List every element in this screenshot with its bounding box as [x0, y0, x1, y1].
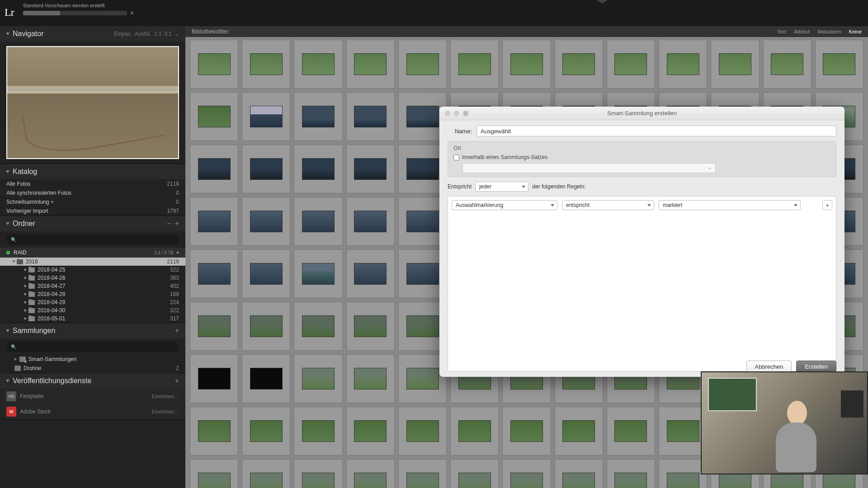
grid-cell[interactable]: [242, 249, 290, 298]
publish-service-row[interactable]: StAdobe StockEinrichten…: [0, 404, 185, 419]
folders-header[interactable]: Ordner − +: [0, 216, 185, 231]
grid-cell[interactable]: [502, 40, 551, 89]
grid-cell[interactable]: [502, 459, 551, 488]
collection-search-input[interactable]: [6, 341, 179, 352]
grid-cell[interactable]: [659, 407, 707, 455]
service-setup-link[interactable]: Einrichten…: [152, 394, 179, 399]
volume-row[interactable]: RAID 2,4 / 8 TB ▾: [0, 248, 185, 258]
grid-cell[interactable]: [711, 40, 759, 89]
folder-row[interactable]: 2018-04-27402: [0, 282, 185, 290]
grid-cell[interactable]: [346, 197, 395, 246]
collection-item[interactable]: Drohne2: [0, 364, 185, 373]
navigator-zoom-options[interactable]: Einpas.Ausfül.1:13:1⌄: [111, 31, 179, 37]
grid-cell[interactable]: [190, 92, 238, 141]
grid-cell[interactable]: [502, 407, 551, 455]
grid-cell[interactable]: [190, 302, 238, 351]
grid-cell[interactable]: [294, 459, 342, 488]
folder-row[interactable]: 2018-04-26363: [0, 274, 185, 282]
grid-cell[interactable]: [294, 92, 342, 141]
grid-cell[interactable]: [346, 459, 395, 488]
grid-cell[interactable]: [346, 40, 395, 89]
add-rule-button[interactable]: +: [822, 200, 832, 210]
grid-cell[interactable]: [763, 40, 811, 89]
grid-cell[interactable]: [659, 40, 707, 89]
grid-cell[interactable]: [242, 40, 290, 89]
grid-cell[interactable]: [815, 40, 863, 89]
disclosure-triangle-icon[interactable]: [24, 285, 27, 287]
grid-cell[interactable]: [398, 40, 447, 89]
catalog-item[interactable]: Vorheriger Import1797: [0, 206, 185, 216]
cancel-button[interactable]: Abbrechen: [746, 361, 792, 372]
chevron-down-icon[interactable]: ▾: [176, 249, 179, 256]
filter-attribute[interactable]: Attribut: [794, 29, 810, 34]
grid-cell[interactable]: [242, 145, 290, 193]
catalog-item[interactable]: Alle Fotos2119: [0, 179, 185, 188]
grid-cell[interactable]: [294, 407, 342, 455]
catalog-header[interactable]: Katalog: [0, 164, 185, 179]
grid-cell[interactable]: [190, 40, 238, 89]
grid-cell[interactable]: [242, 92, 290, 141]
grid-cell[interactable]: [659, 459, 707, 488]
grid-cell[interactable]: [346, 249, 395, 298]
dialog-titlebar[interactable]: Smart-Sammlung erstellen: [439, 107, 844, 120]
grid-cell[interactable]: [398, 459, 447, 488]
name-input[interactable]: [476, 126, 836, 136]
grid-cell[interactable]: [294, 249, 342, 298]
folder-row[interactable]: 2018-04-30322: [0, 306, 185, 314]
disclosure-triangle-icon[interactable]: [13, 261, 15, 263]
grid-cell[interactable]: [242, 197, 290, 246]
grid-cell[interactable]: [190, 145, 238, 193]
folder-row[interactable]: 2018-04-29224: [0, 298, 185, 306]
catalog-item[interactable]: Alle synchronisierten Fotos0: [0, 188, 185, 197]
module-picker-arrow-icon[interactable]: [597, 0, 608, 4]
navigator-preview-image[interactable]: [6, 46, 179, 159]
disclosure-triangle-icon[interactable]: [24, 301, 27, 304]
collection-set-select[interactable]: [462, 163, 716, 173]
service-setup-link[interactable]: Einrichten…: [152, 409, 179, 414]
grid-cell[interactable]: [555, 407, 603, 455]
rule-field-select[interactable]: Auswahlmarkierung: [452, 200, 557, 210]
disclosure-triangle-icon[interactable]: [24, 268, 27, 271]
grid-cell[interactable]: [346, 302, 395, 351]
window-minimize-icon[interactable]: [454, 111, 459, 116]
grid-cell[interactable]: [450, 407, 499, 455]
grid-cell[interactable]: [294, 354, 342, 403]
disclosure-triangle-icon[interactable]: [24, 317, 27, 320]
catalog-item[interactable]: Schnellsammlung +0: [0, 197, 185, 206]
grid-cell[interactable]: [294, 302, 342, 351]
add-publish-button[interactable]: +: [175, 377, 179, 385]
collection-item[interactable]: Smart-Sammlungen: [0, 355, 185, 364]
folder-search-input[interactable]: [6, 234, 179, 245]
disclosure-triangle-icon[interactable]: [24, 309, 27, 312]
disclosure-triangle-icon[interactable]: [24, 293, 27, 296]
collections-header[interactable]: Sammlungen +: [0, 323, 185, 338]
progress-cancel-icon[interactable]: ✕: [130, 10, 134, 16]
grid-cell[interactable]: [346, 92, 395, 141]
filter-none[interactable]: Keine: [849, 29, 862, 34]
grid-cell[interactable]: [607, 459, 655, 488]
grid-cell[interactable]: [242, 302, 290, 351]
publish-header[interactable]: Veröffentlichungsdienste +: [0, 373, 185, 389]
filter-metadata[interactable]: Metadaten: [818, 29, 841, 34]
disclosure-triangle-icon[interactable]: [24, 277, 27, 279]
grid-cell[interactable]: [607, 407, 655, 455]
folder-row-root[interactable]: 2018 2119: [0, 258, 185, 266]
filter-text[interactable]: Text: [777, 29, 786, 34]
grid-cell[interactable]: [450, 40, 499, 89]
add-folder-button[interactable]: +: [175, 220, 179, 228]
add-collection-button[interactable]: +: [175, 327, 179, 335]
match-mode-select[interactable]: jeder: [475, 182, 528, 192]
grid-cell[interactable]: [242, 407, 290, 455]
inside-set-checkbox[interactable]: Innerhalb eines Sammlungs-Satzes: [453, 154, 830, 160]
grid-cell[interactable]: [346, 407, 395, 455]
grid-cell[interactable]: [190, 407, 238, 455]
grid-cell[interactable]: [294, 145, 342, 193]
grid-cell[interactable]: [346, 354, 395, 403]
grid-cell[interactable]: [190, 354, 238, 403]
grid-cell[interactable]: [190, 249, 238, 298]
publish-service-row[interactable]: HDFestplatteEinrichten…: [0, 389, 185, 404]
window-close-icon[interactable]: [445, 111, 450, 116]
grid-cell[interactable]: [555, 459, 603, 488]
folder-row[interactable]: 2018-04-25322: [0, 266, 185, 274]
navigator-header[interactable]: Navigator Einpas.Ausfül.1:13:1⌄: [0, 26, 185, 42]
